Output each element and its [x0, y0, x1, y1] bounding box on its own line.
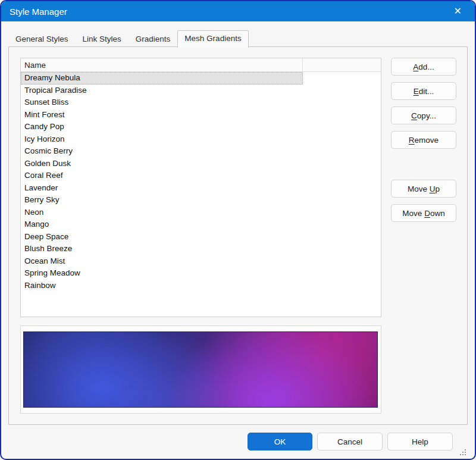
list-item[interactable]: Blush Breeze — [21, 243, 303, 255]
move-up-button[interactable]: Move Up — [391, 180, 456, 198]
tab-content-panel: Name Dreamy NebulaTropical ParadiseSunse… — [8, 46, 468, 425]
list-item[interactable]: Deep Space — [21, 231, 303, 243]
move-up-label-pre: Move — [408, 184, 430, 193]
move-down-label-post: own — [430, 209, 445, 218]
list-item[interactable]: Dreamy Nebula — [21, 72, 303, 85]
list-item[interactable]: Coral Reef — [21, 170, 303, 182]
list-item[interactable]: Rainbow — [21, 280, 303, 292]
list-item[interactable]: Icy Horizon — [21, 133, 303, 146]
tab-general-styles[interactable]: General Styles — [8, 31, 76, 47]
list-item[interactable]: Mango — [21, 218, 303, 231]
list-item[interactable]: Neon — [21, 206, 303, 219]
add-label-post: dd... — [418, 62, 434, 71]
list-item[interactable]: Lavender — [21, 182, 303, 195]
copy-label-post: opy... — [417, 111, 436, 120]
style-manager-dialog: Style Manager ✕ General Styles Link Styl… — [0, 0, 476, 460]
edit-button[interactable]: Edit... — [391, 82, 456, 100]
edit-label-key: E — [414, 87, 419, 96]
tab-bar: General Styles Link Styles Gradients Mes… — [8, 31, 249, 47]
list-column-header[interactable]: Name — [21, 58, 381, 72]
tab-gradients[interactable]: Gradients — [129, 31, 178, 47]
cancel-button[interactable]: Cancel — [317, 433, 383, 450]
move-down-label-key: D — [424, 209, 430, 218]
list-item[interactable]: Ocean Mist — [21, 255, 303, 268]
list-item[interactable]: Berry Sky — [21, 194, 303, 206]
list-item[interactable]: Spring Meadow — [21, 267, 303, 280]
close-icon[interactable]: ✕ — [449, 5, 466, 17]
tab-link-styles[interactable]: Link Styles — [76, 31, 129, 47]
list-item[interactable]: Tropical Paradise — [21, 85, 303, 97]
help-button[interactable]: Help — [387, 433, 453, 450]
remove-label-post: emove — [415, 136, 439, 145]
copy-button[interactable]: Copy... — [391, 107, 456, 124]
window-title: Style Manager — [10, 7, 67, 17]
gradient-list[interactable]: Name Dreamy NebulaTropical ParadiseSunse… — [20, 58, 381, 317]
list-item[interactable]: Candy Pop — [21, 121, 303, 133]
move-up-label-key: U — [430, 184, 436, 193]
edit-label-post: dit... — [419, 87, 434, 96]
remove-label-key: R — [409, 136, 415, 145]
mesh-gradient-preview — [23, 331, 378, 408]
move-down-label-pre: Move — [402, 209, 424, 218]
add-button[interactable]: Add... — [391, 58, 456, 76]
titlebar[interactable]: Style Manager ✕ — [1, 1, 475, 21]
list-item[interactable]: Mint Forest — [21, 109, 303, 121]
list-item[interactable]: Golden Dusk — [21, 158, 303, 170]
remove-button[interactable]: Remove — [391, 131, 456, 149]
tab-mesh-gradients[interactable]: Mesh Gradients — [177, 30, 248, 48]
gradient-preview-frame — [20, 326, 381, 414]
list-item[interactable]: Sunset Bliss — [21, 96, 303, 109]
column-separator[interactable] — [302, 58, 303, 71]
list-item[interactable]: Cosmic Berry — [21, 145, 303, 158]
copy-label-key: C — [411, 111, 417, 120]
add-label-key: A — [413, 62, 418, 71]
ok-button[interactable]: OK — [248, 433, 312, 450]
move-up-label-post: p — [436, 184, 440, 193]
move-down-button[interactable]: Move Down — [391, 204, 456, 222]
resize-grip-icon[interactable] — [459, 448, 466, 456]
style-list-rows: Dreamy NebulaTropical ParadiseSunset Bli… — [21, 72, 381, 292]
column-header-name: Name — [24, 61, 46, 70]
